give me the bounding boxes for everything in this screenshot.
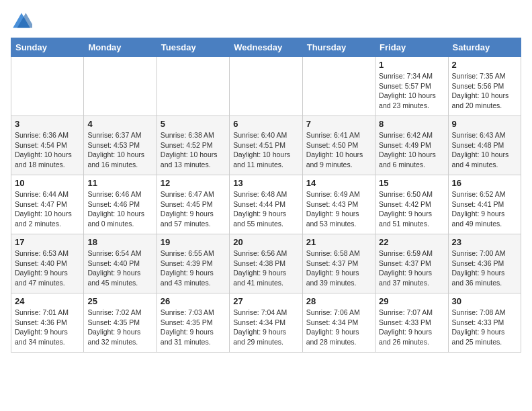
day-number: 14: [306, 178, 371, 188]
calendar-cell: 30Sunrise: 7:08 AM Sunset: 4:33 PM Dayli…: [448, 293, 521, 353]
day-info: Sunrise: 7:04 AM Sunset: 4:34 PM Dayligh…: [233, 308, 298, 347]
calendar-cell: 8Sunrise: 6:42 AM Sunset: 4:49 PM Daylig…: [375, 116, 448, 175]
calendar-cell: [157, 57, 229, 116]
calendar-cell: 5Sunrise: 6:38 AM Sunset: 4:52 PM Daylig…: [157, 116, 229, 175]
logo: [11, 11, 35, 32]
day-number: 21: [306, 237, 371, 247]
day-number: 1: [379, 60, 444, 70]
day-info: Sunrise: 6:54 AM Sunset: 4:40 PM Dayligh…: [87, 248, 152, 288]
day-info: Sunrise: 7:03 AM Sunset: 4:35 PM Dayligh…: [161, 308, 226, 347]
day-number: 2: [452, 60, 517, 70]
day-number: 13: [233, 178, 298, 188]
day-number: 11: [87, 178, 152, 188]
day-number: 12: [161, 178, 226, 188]
calendar-week-row: 24Sunrise: 7:01 AM Sunset: 4:36 PM Dayli…: [11, 293, 521, 353]
day-info: Sunrise: 7:02 AM Sunset: 4:35 PM Dayligh…: [87, 308, 152, 347]
calendar-cell: 15Sunrise: 6:50 AM Sunset: 4:42 PM Dayli…: [375, 175, 448, 234]
calendar-week-row: 1Sunrise: 7:34 AM Sunset: 5:57 PM Daylig…: [11, 57, 521, 116]
calendar-cell: 7Sunrise: 6:41 AM Sunset: 4:50 PM Daylig…: [302, 116, 375, 175]
day-number: 5: [161, 119, 226, 129]
day-number: 3: [15, 119, 80, 129]
calendar-cell: 6Sunrise: 6:40 AM Sunset: 4:51 PM Daylig…: [230, 116, 302, 175]
day-number: 26: [161, 296, 226, 306]
day-number: 4: [87, 119, 152, 129]
day-info: Sunrise: 6:41 AM Sunset: 4:50 PM Dayligh…: [306, 130, 371, 170]
day-info: Sunrise: 6:49 AM Sunset: 4:43 PM Dayligh…: [306, 189, 371, 229]
calendar-table: SundayMondayTuesdayWednesdayThursdayFrid…: [11, 38, 521, 353]
day-info: Sunrise: 6:53 AM Sunset: 4:40 PM Dayligh…: [15, 248, 80, 288]
day-info: Sunrise: 7:01 AM Sunset: 4:36 PM Dayligh…: [15, 308, 80, 347]
weekday-header-sunday: Sunday: [11, 38, 84, 57]
weekday-header-monday: Monday: [84, 38, 157, 57]
calendar-cell: 27Sunrise: 7:04 AM Sunset: 4:34 PM Dayli…: [230, 293, 302, 353]
calendar-cell: 11Sunrise: 6:46 AM Sunset: 4:46 PM Dayli…: [84, 175, 157, 234]
day-number: 18: [87, 237, 152, 247]
day-number: 29: [379, 296, 444, 306]
day-info: Sunrise: 6:48 AM Sunset: 4:44 PM Dayligh…: [233, 189, 298, 229]
weekday-header-saturday: Saturday: [448, 38, 521, 57]
day-info: Sunrise: 6:56 AM Sunset: 4:38 PM Dayligh…: [233, 248, 298, 288]
day-number: 19: [161, 237, 226, 247]
calendar-cell: 23Sunrise: 7:00 AM Sunset: 4:36 PM Dayli…: [448, 234, 521, 293]
calendar-cell: 10Sunrise: 6:44 AM Sunset: 4:47 PM Dayli…: [11, 175, 84, 234]
calendar-cell: 12Sunrise: 6:47 AM Sunset: 4:45 PM Dayli…: [157, 175, 229, 234]
calendar-cell: 29Sunrise: 7:07 AM Sunset: 4:33 PM Dayli…: [375, 293, 448, 353]
day-info: Sunrise: 6:47 AM Sunset: 4:45 PM Dayligh…: [161, 189, 226, 229]
calendar-cell: [11, 57, 84, 116]
day-info: Sunrise: 6:46 AM Sunset: 4:46 PM Dayligh…: [87, 189, 152, 229]
day-info: Sunrise: 6:58 AM Sunset: 4:37 PM Dayligh…: [306, 248, 371, 288]
calendar-cell: 18Sunrise: 6:54 AM Sunset: 4:40 PM Dayli…: [84, 234, 157, 293]
weekday-header-row: SundayMondayTuesdayWednesdayThursdayFrid…: [11, 38, 521, 57]
day-number: 24: [15, 296, 80, 306]
day-info: Sunrise: 6:38 AM Sunset: 4:52 PM Dayligh…: [161, 130, 226, 170]
calendar-cell: 9Sunrise: 6:43 AM Sunset: 4:48 PM Daylig…: [448, 116, 521, 175]
day-info: Sunrise: 6:55 AM Sunset: 4:39 PM Dayligh…: [161, 248, 226, 288]
day-info: Sunrise: 6:37 AM Sunset: 4:53 PM Dayligh…: [87, 130, 152, 170]
calendar-cell: 24Sunrise: 7:01 AM Sunset: 4:36 PM Dayli…: [11, 293, 84, 353]
calendar-cell: [84, 57, 157, 116]
calendar-cell: 20Sunrise: 6:56 AM Sunset: 4:38 PM Dayli…: [230, 234, 302, 293]
calendar-cell: 1Sunrise: 7:34 AM Sunset: 5:57 PM Daylig…: [375, 57, 448, 116]
day-info: Sunrise: 7:00 AM Sunset: 4:36 PM Dayligh…: [452, 248, 517, 288]
page-container: SundayMondayTuesdayWednesdayThursdayFrid…: [11, 11, 521, 353]
calendar-week-row: 3Sunrise: 6:36 AM Sunset: 4:54 PM Daylig…: [11, 116, 521, 175]
day-info: Sunrise: 7:34 AM Sunset: 5:57 PM Dayligh…: [379, 71, 444, 111]
calendar-cell: 22Sunrise: 6:59 AM Sunset: 4:37 PM Dayli…: [375, 234, 448, 293]
day-info: Sunrise: 6:43 AM Sunset: 4:48 PM Dayligh…: [452, 130, 517, 170]
day-number: 30: [452, 296, 517, 306]
day-info: Sunrise: 6:42 AM Sunset: 4:49 PM Dayligh…: [379, 130, 444, 170]
day-number: 20: [233, 237, 298, 247]
calendar-cell: 13Sunrise: 6:48 AM Sunset: 4:44 PM Dayli…: [230, 175, 302, 234]
weekday-header-tuesday: Tuesday: [157, 38, 229, 57]
weekday-header-wednesday: Wednesday: [230, 38, 302, 57]
logo-icon: [11, 11, 32, 32]
day-info: Sunrise: 6:52 AM Sunset: 4:41 PM Dayligh…: [452, 189, 517, 229]
calendar-cell: [302, 57, 375, 116]
day-info: Sunrise: 7:35 AM Sunset: 5:56 PM Dayligh…: [452, 71, 517, 111]
calendar-cell: 3Sunrise: 6:36 AM Sunset: 4:54 PM Daylig…: [11, 116, 84, 175]
calendar-week-row: 17Sunrise: 6:53 AM Sunset: 4:40 PM Dayli…: [11, 234, 521, 293]
calendar-cell: [230, 57, 302, 116]
calendar-cell: 4Sunrise: 6:37 AM Sunset: 4:53 PM Daylig…: [84, 116, 157, 175]
calendar-week-row: 10Sunrise: 6:44 AM Sunset: 4:47 PM Dayli…: [11, 175, 521, 234]
day-info: Sunrise: 7:06 AM Sunset: 4:34 PM Dayligh…: [306, 308, 371, 347]
day-number: 23: [452, 237, 517, 247]
day-number: 10: [15, 178, 80, 188]
day-number: 25: [87, 296, 152, 306]
day-number: 8: [379, 119, 444, 129]
day-number: 7: [306, 119, 371, 129]
calendar-cell: 28Sunrise: 7:06 AM Sunset: 4:34 PM Dayli…: [302, 293, 375, 353]
day-info: Sunrise: 6:36 AM Sunset: 4:54 PM Dayligh…: [15, 130, 80, 170]
weekday-header-friday: Friday: [375, 38, 448, 57]
calendar-cell: 21Sunrise: 6:58 AM Sunset: 4:37 PM Dayli…: [302, 234, 375, 293]
day-number: 27: [233, 296, 298, 306]
day-number: 28: [306, 296, 371, 306]
calendar-cell: 25Sunrise: 7:02 AM Sunset: 4:35 PM Dayli…: [84, 293, 157, 353]
calendar-cell: 14Sunrise: 6:49 AM Sunset: 4:43 PM Dayli…: [302, 175, 375, 234]
day-info: Sunrise: 6:50 AM Sunset: 4:42 PM Dayligh…: [379, 189, 444, 229]
day-number: 6: [233, 119, 298, 129]
day-number: 16: [452, 178, 517, 188]
day-number: 9: [452, 119, 517, 129]
day-info: Sunrise: 7:07 AM Sunset: 4:33 PM Dayligh…: [379, 308, 444, 347]
header: [11, 11, 521, 32]
